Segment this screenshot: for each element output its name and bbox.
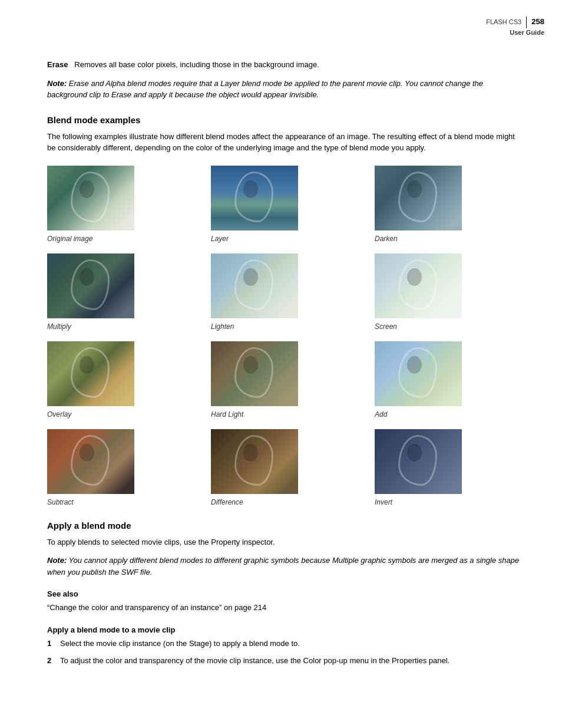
- image-cell-difference: Difference: [211, 429, 357, 506]
- apply-blend-steps-heading: Apply a blend mode to a movie clip: [47, 625, 521, 634]
- image-cell-hardlight: Hard Light: [211, 341, 357, 419]
- erase-paragraph: Erase Removes all base color pixels, inc…: [47, 59, 521, 71]
- product-title: FLASH CS3: [486, 18, 521, 25]
- image-darken: [375, 166, 462, 230]
- caption-layer: Layer: [211, 235, 229, 243]
- image-layer: [211, 166, 298, 230]
- image-cell-lighten: Lighten: [211, 253, 357, 331]
- image-difference: [211, 429, 298, 494]
- step2: 2 To adjust the color and transparency o…: [47, 655, 521, 667]
- blend-examples-heading: Blend mode examples: [47, 115, 521, 125]
- step2-text: To adjust the color and transparency of …: [60, 655, 449, 667]
- image-cell-overlay: Overlay: [47, 341, 193, 419]
- blend-image-grid: Original image Layer Darken Multiply Lig…: [47, 166, 521, 506]
- guide-title: User Guide: [510, 29, 544, 36]
- page-container: FLASH CS3 258 User Guide Erase Removes a…: [0, 0, 562, 728]
- see-also-heading: See also: [47, 589, 521, 598]
- caption-add: Add: [375, 410, 387, 419]
- note1-label: Note:: [47, 79, 67, 88]
- image-lighten: [211, 253, 298, 318]
- note2-paragraph: Note: You cannot apply different blend m…: [47, 555, 521, 578]
- image-cell-add: Add: [375, 341, 521, 419]
- image-cell-multiply: Multiply: [47, 253, 193, 331]
- step1-number: 1: [47, 638, 57, 650]
- caption-original: Original image: [47, 235, 92, 243]
- caption-invert: Invert: [375, 498, 392, 506]
- caption-multiply: Multiply: [47, 322, 71, 331]
- step1-text: Select the movie clip instance (on the S…: [60, 638, 300, 650]
- apply-blend-description: To apply blends to selected movie clips,…: [47, 536, 521, 548]
- step1: 1 Select the movie clip instance (on the…: [47, 638, 521, 650]
- caption-overlay: Overlay: [47, 410, 71, 419]
- image-cell-screen: Screen: [375, 253, 521, 331]
- main-content: Erase Removes all base color pixels, inc…: [47, 59, 521, 667]
- note1-text: Erase and Alpha blend modes require that…: [47, 79, 483, 100]
- see-also-link: “Change the color and transparency of an…: [47, 602, 521, 614]
- image-cell-darken: Darken: [375, 166, 521, 243]
- image-hardlight: [211, 341, 298, 406]
- page-header: FLASH CS3 258 User Guide: [486, 17, 544, 37]
- image-cell-subtract: Subtract: [47, 429, 193, 506]
- caption-hardlight: Hard Light: [211, 410, 243, 419]
- image-subtract: [47, 429, 134, 494]
- blend-examples-intro: The following examples illustrate how di…: [47, 131, 521, 154]
- image-screen: [375, 253, 462, 318]
- caption-screen: Screen: [375, 322, 397, 331]
- note1-paragraph: Note: Erase and Alpha blend modes requir…: [47, 78, 521, 101]
- caption-darken: Darken: [375, 235, 398, 243]
- caption-subtract: Subtract: [47, 498, 74, 506]
- image-original: [47, 166, 134, 230]
- step2-number: 2: [47, 655, 57, 667]
- image-cell-invert: Invert: [375, 429, 521, 506]
- erase-label: Erase: [47, 60, 68, 69]
- header-divider: [526, 17, 527, 28]
- image-multiply: [47, 253, 134, 318]
- image-overlay: [47, 341, 134, 406]
- note2-text: You cannot apply different blend modes t…: [47, 556, 519, 577]
- caption-difference: Difference: [211, 498, 243, 506]
- image-invert: [375, 429, 462, 494]
- note2-label: Note:: [47, 556, 67, 565]
- image-cell-original: Original image: [47, 166, 193, 243]
- apply-blend-heading: Apply a blend mode: [47, 521, 521, 531]
- erase-description: Removes all base color pixels, including…: [74, 60, 319, 69]
- image-cell-layer: Layer: [211, 166, 357, 243]
- page-number: 258: [531, 17, 544, 26]
- caption-lighten: Lighten: [211, 322, 234, 331]
- image-add: [375, 341, 462, 406]
